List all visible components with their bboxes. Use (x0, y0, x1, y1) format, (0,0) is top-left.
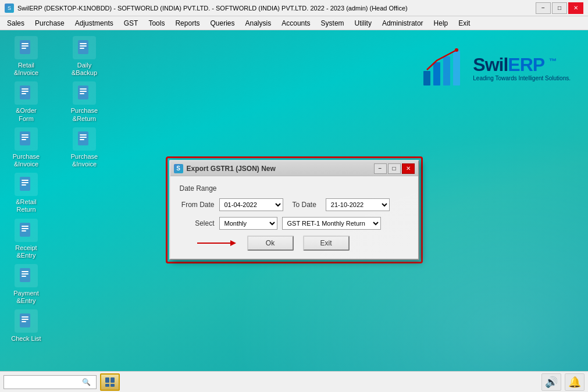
desktop: Retail&Invoice Daily&Backup (0, 30, 588, 390)
title-bar-controls: − □ ✕ (536, 2, 583, 14)
menu-queries[interactable]: Queries (205, 18, 239, 28)
from-date-label: From Date (180, 201, 215, 209)
svg-rect-47 (105, 384, 109, 387)
date-row: From Date 01-04-2022 01-05-2022 To Date … (180, 198, 409, 211)
menu-accounts[interactable]: Accounts (277, 18, 315, 28)
modal-close-button[interactable]: ✕ (402, 163, 415, 174)
menu-purchase[interactable]: Purchase (30, 18, 69, 28)
modal-body: Date Range From Date 01-04-2022 01-05-20… (170, 176, 418, 259)
speaker-icon: 🔊 (545, 376, 558, 389)
modal-titlebar: S Export GSTR1 (JSON) New − □ ✕ (170, 161, 418, 176)
return-type-select[interactable]: GST RET-1 Monthly Return GST RET-2 Month… (282, 217, 381, 230)
app-icon: S (5, 3, 14, 13)
bell-icon: 🔔 (568, 376, 581, 389)
modal-title-left: S Export GSTR1 (JSON) New (174, 164, 276, 173)
taskbar-search-box[interactable]: 🔍 (3, 375, 97, 389)
menu-adjustments[interactable]: Adjustments (70, 18, 118, 28)
ok-button[interactable]: Ok (247, 236, 294, 251)
menu-utility[interactable]: Utility (350, 18, 376, 28)
menu-gst[interactable]: GST (119, 18, 143, 28)
modal-border: S Export GSTR1 (JSON) New − □ ✕ Date Ran… (166, 156, 423, 263)
modal-maximize-button[interactable]: □ (388, 163, 401, 174)
taskbar-right: 🔊 🔔 (541, 373, 585, 391)
close-button[interactable]: ✕ (568, 2, 583, 14)
menu-sales[interactable]: Sales (2, 18, 29, 28)
modal-overlay: S Export GSTR1 (JSON) New − □ ✕ Date Ran… (0, 30, 588, 390)
taskbar-app-icon (104, 376, 116, 388)
menu-system[interactable]: System (316, 18, 349, 28)
select-label: Select (180, 219, 215, 227)
arrow-indicator (197, 243, 232, 244)
taskbar-search-input[interactable] (4, 377, 80, 387)
svg-rect-45 (105, 377, 109, 383)
menu-administrator[interactable]: Administrator (377, 18, 428, 28)
menu-reports[interactable]: Reports (170, 18, 204, 28)
exit-button[interactable]: Exit (303, 236, 350, 251)
minimize-button[interactable]: − (536, 2, 551, 14)
menu-exit[interactable]: Exit (454, 18, 475, 28)
menu-analysis[interactable]: Analysis (241, 18, 276, 28)
taskbar-app-button[interactable] (100, 373, 120, 391)
from-date-select[interactable]: 01-04-2022 01-05-2022 (219, 198, 283, 211)
taskbar: 🔍 🔊 🔔 (0, 371, 588, 392)
modal-title-icon: S (174, 164, 183, 173)
menu-tools[interactable]: Tools (144, 18, 169, 28)
title-bar: S SwilERP (DESKTOP-K1NOBDD) - SOFTWORLD … (0, 0, 588, 16)
menu-bar: Sales Purchase Adjustments GST Tools Rep… (0, 16, 588, 30)
menu-help[interactable]: Help (429, 18, 453, 28)
notification-button[interactable]: 🔔 (565, 373, 585, 391)
svg-rect-46 (111, 377, 115, 383)
taskbar-search-icon[interactable]: 🔍 (80, 376, 92, 389)
window-title: SwilERP (DESKTOP-K1NOBDD) - SOFTWORLD (I… (17, 5, 408, 12)
select-row: Select Monthly Quarterly Yearly GST RET-… (180, 217, 409, 230)
maximize-button[interactable]: □ (552, 2, 567, 14)
title-bar-left: S SwilERP (DESKTOP-K1NOBDD) - SOFTWORLD … (5, 3, 408, 13)
to-date-select[interactable]: 21-10-2022 31-10-2022 (326, 198, 390, 211)
to-date-label: To Date (293, 201, 316, 209)
svg-rect-48 (111, 384, 115, 387)
modal-minimize-button[interactable]: − (374, 163, 387, 174)
speaker-button[interactable]: 🔊 (541, 373, 561, 391)
date-range-label: Date Range (180, 184, 409, 193)
modal-title-text: Export GSTR1 (JSON) New (187, 165, 276, 173)
monthly-select[interactable]: Monthly Quarterly Yearly (219, 217, 277, 230)
export-gstr1-dialog: S Export GSTR1 (JSON) New − □ ✕ Date Ran… (169, 160, 419, 260)
modal-controls: − □ ✕ (374, 163, 415, 174)
